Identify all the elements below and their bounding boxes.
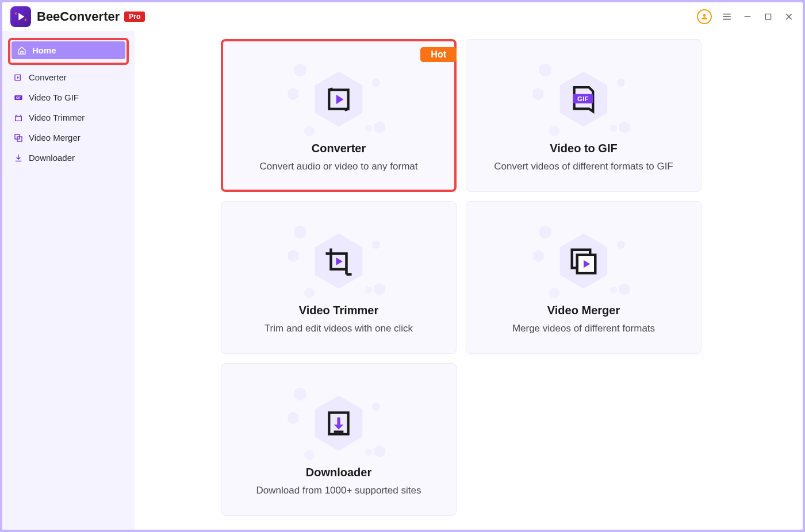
sidebar-item-label: Converter (29, 72, 67, 82)
close-icon[interactable] (783, 11, 795, 22)
svg-text:GIF: GIF (577, 95, 588, 102)
sidebar-item-merger[interactable]: Video Merger (8, 129, 129, 147)
merger-card-icon (568, 246, 599, 277)
user-account-icon[interactable] (697, 9, 712, 24)
card-converter[interactable]: Hot Converter Convert audio or video to … (221, 39, 457, 192)
svg-rect-0 (765, 14, 770, 19)
card-desc: Download from 1000+ supported sites (250, 485, 428, 496)
menu-icon[interactable] (721, 11, 733, 22)
sidebar-item-label: Home (32, 45, 56, 55)
card-merger[interactable]: Video Merger Merge videos of different f… (466, 201, 702, 354)
trimmer-icon (14, 113, 23, 122)
card-title: Video to GIF (550, 142, 617, 155)
sidebar: Home Converter GIF Video To GIF Video Tr… (2, 31, 135, 530)
card-trimmer[interactable]: Video Trimmer Trim and edit videos with … (221, 201, 457, 354)
app-title: BeeConverter (37, 9, 120, 24)
card-icon-wrap (287, 383, 390, 464)
minimize-icon[interactable] (742, 11, 753, 22)
converter-icon (14, 73, 23, 82)
converter-card-icon (324, 85, 353, 114)
card-icon-wrap: GIF (532, 59, 635, 140)
sidebar-item-label: Video To GIF (29, 92, 79, 102)
app-window: BeeConverter Pro Home (2, 2, 803, 530)
sidebar-item-label: Video Trimmer (29, 113, 85, 122)
card-desc: Trim and edit videos with one click (258, 323, 420, 334)
gif-icon: GIF (14, 93, 23, 102)
sidebar-item-downloader[interactable]: Downloader (8, 149, 129, 167)
home-icon (17, 46, 26, 55)
card-title: Downloader (306, 466, 371, 479)
card-downloader[interactable]: Downloader Download from 1000+ supported… (221, 363, 457, 516)
sidebar-item-gif[interactable]: GIF Video To GIF (8, 88, 129, 106)
hot-badge: Hot (420, 47, 457, 62)
content-area: Home Converter GIF Video To GIF Video Tr… (2, 31, 803, 530)
card-desc: Convert videos of different formats to G… (487, 161, 680, 172)
download-card-icon (324, 409, 353, 438)
sidebar-item-home[interactable]: Home (12, 41, 125, 59)
card-title: Video Merger (547, 304, 620, 317)
card-desc: Convert audio or video to any format (253, 161, 425, 172)
sidebar-item-trimmer[interactable]: Video Trimmer (8, 109, 129, 126)
sidebar-home-highlight: Home (8, 38, 129, 65)
maximize-icon[interactable] (762, 11, 774, 22)
sidebar-item-converter[interactable]: Converter (8, 68, 129, 86)
merger-icon (14, 133, 23, 142)
trimmer-card-icon (323, 246, 354, 277)
sidebar-item-label: Video Merger (29, 133, 80, 142)
card-title: Video Trimmer (299, 304, 379, 317)
card-desc: Merge videos of different formats (505, 323, 662, 334)
card-title: Converter (312, 142, 366, 155)
card-icon-wrap (287, 59, 390, 140)
card-icon-wrap (287, 221, 390, 302)
titlebar: BeeConverter Pro (2, 2, 803, 31)
gif-card-icon: GIF (568, 83, 600, 115)
card-icon-wrap (532, 221, 635, 302)
download-icon (14, 153, 23, 163)
main-panel: Hot Converter Convert audio or video to … (135, 31, 803, 530)
card-gif[interactable]: GIF Video to GIF Convert videos of diffe… (466, 39, 702, 192)
pro-badge: Pro (124, 11, 145, 22)
sidebar-item-label: Downloader (29, 153, 75, 163)
svg-text:GIF: GIF (16, 97, 21, 99)
app-logo-icon (10, 6, 31, 27)
